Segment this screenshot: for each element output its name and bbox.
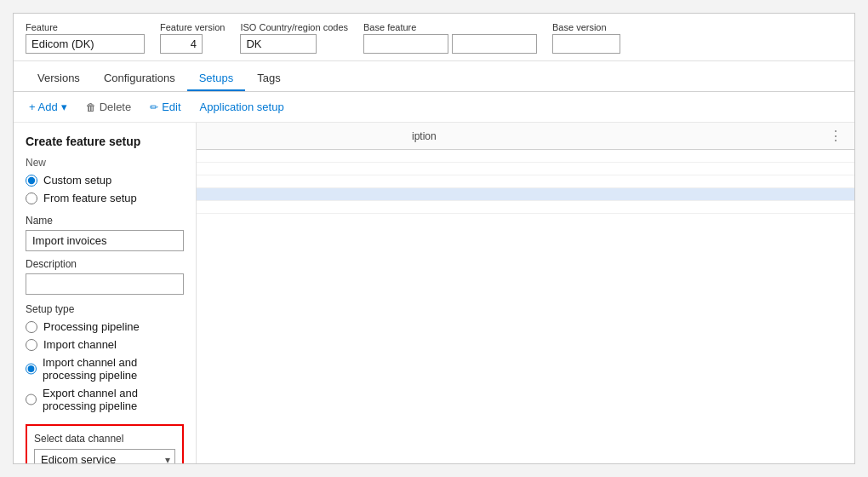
feature-version-field-group: Feature version xyxy=(160,22,225,54)
tab-configurations[interactable]: Configurations xyxy=(92,66,187,91)
iso-label: ISO Country/region codes xyxy=(240,22,348,32)
table-header: iption ⋮ xyxy=(197,123,854,150)
iso-field-group: ISO Country/region codes xyxy=(240,22,348,54)
data-channel-label: Select data channel xyxy=(34,433,175,445)
base-version-field-group: Base version xyxy=(552,22,620,54)
feature-input[interactable] xyxy=(26,34,145,54)
base-version-input[interactable] xyxy=(552,34,620,54)
delete-icon: 🗑 xyxy=(86,101,96,113)
data-channel-select[interactable]: Edicom service Other xyxy=(34,449,175,463)
right-panel: iption ⋮ xyxy=(197,123,854,463)
setup-type-section: Setup type Processing pipeline Import ch… xyxy=(26,303,184,412)
radio-export-channel-pipeline-label: Export channel and processing pipeline xyxy=(43,387,184,412)
radio-export-channel-pipeline-input[interactable] xyxy=(26,394,37,405)
feature-version-input[interactable] xyxy=(160,34,203,54)
setup-type-radio-group: Custom setup From feature setup xyxy=(26,174,184,204)
edit-label: Edit xyxy=(162,101,180,113)
name-label: Name xyxy=(26,215,184,227)
tab-versions[interactable]: Versions xyxy=(26,66,92,91)
add-button[interactable]: + Add ▾ xyxy=(26,99,71,115)
base-feature-field-group: Base feature xyxy=(363,22,537,54)
base-version-label: Base version xyxy=(552,22,620,32)
tabs-bar: Versions Configurations Setups Tags xyxy=(14,61,854,92)
base-feature-input2[interactable] xyxy=(452,34,537,54)
main-window: Feature Feature version ISO Country/regi… xyxy=(13,13,855,464)
delete-label: Delete xyxy=(100,101,132,113)
setup-type-radios: Processing pipeline Import channel Impor… xyxy=(26,320,184,412)
toolbar: + Add ▾ 🗑 Delete ✏ Edit Application setu… xyxy=(14,92,854,123)
radio-from-feature-label: From feature setup xyxy=(43,192,137,204)
feature-field-group: Feature xyxy=(26,22,145,54)
new-label: New xyxy=(26,157,184,169)
table-row-selected[interactable] xyxy=(197,188,854,201)
col-description-header: iption xyxy=(412,130,825,142)
radio-processing-pipeline[interactable]: Processing pipeline xyxy=(26,320,184,333)
header-bar: Feature Feature version ISO Country/regi… xyxy=(14,14,854,61)
radio-import-channel[interactable]: Import channel xyxy=(26,338,184,351)
application-setup-label: Application setup xyxy=(200,101,284,113)
name-input[interactable] xyxy=(26,230,184,251)
iso-input[interactable] xyxy=(240,34,317,54)
add-label: + Add xyxy=(29,101,58,113)
data-channel-section: Select data channel Edicom service Other xyxy=(26,424,184,463)
description-label: Description xyxy=(26,258,184,270)
radio-import-channel-input[interactable] xyxy=(26,339,37,351)
radio-from-feature[interactable]: From feature setup xyxy=(26,192,184,204)
radio-custom-input[interactable] xyxy=(26,175,37,187)
radio-import-channel-pipeline-label: Import channel and processing pipeline xyxy=(43,356,184,382)
edit-icon: ✏ xyxy=(150,101,158,113)
radio-import-channel-pipeline[interactable]: Import channel and processing pipeline xyxy=(26,356,184,382)
table-row xyxy=(197,175,854,188)
content-area: Create feature setup New Custom setup Fr… xyxy=(14,123,854,463)
panel-title: Create feature setup xyxy=(26,135,184,148)
radio-custom-setup[interactable]: Custom setup xyxy=(26,174,184,187)
data-channel-select-wrapper: Edicom service Other xyxy=(34,449,175,463)
header-fields: Feature Feature version ISO Country/regi… xyxy=(26,22,842,54)
table-row xyxy=(197,150,854,163)
col-dots-header: ⋮ xyxy=(825,128,846,144)
base-feature-input[interactable] xyxy=(363,34,448,54)
radio-from-feature-input[interactable] xyxy=(26,193,37,204)
table-row xyxy=(197,163,854,175)
edit-button[interactable]: ✏ Edit xyxy=(146,99,184,115)
add-chevron-icon: ▾ xyxy=(61,101,67,113)
table-area: iption ⋮ xyxy=(197,123,854,214)
radio-import-channel-pipeline-input[interactable] xyxy=(26,363,37,375)
radio-custom-label: Custom setup xyxy=(43,174,111,187)
tab-setups[interactable]: Setups xyxy=(187,66,245,91)
radio-processing-pipeline-label: Processing pipeline xyxy=(43,320,140,333)
radio-processing-pipeline-input[interactable] xyxy=(26,321,37,333)
base-feature-label: Base feature xyxy=(363,22,537,32)
radio-import-channel-label: Import channel xyxy=(43,338,117,351)
setup-type-label: Setup type xyxy=(26,303,184,315)
radio-export-channel-pipeline[interactable]: Export channel and processing pipeline xyxy=(26,387,184,412)
description-input[interactable] xyxy=(26,273,184,295)
left-panel: Create feature setup New Custom setup Fr… xyxy=(14,123,197,463)
feature-label: Feature xyxy=(26,22,145,32)
table-row xyxy=(197,201,854,214)
feature-version-label: Feature version xyxy=(160,22,225,32)
delete-button[interactable]: 🗑 Delete xyxy=(83,99,135,115)
application-setup-button[interactable]: Application setup xyxy=(197,99,288,115)
tab-tags[interactable]: Tags xyxy=(245,66,292,91)
